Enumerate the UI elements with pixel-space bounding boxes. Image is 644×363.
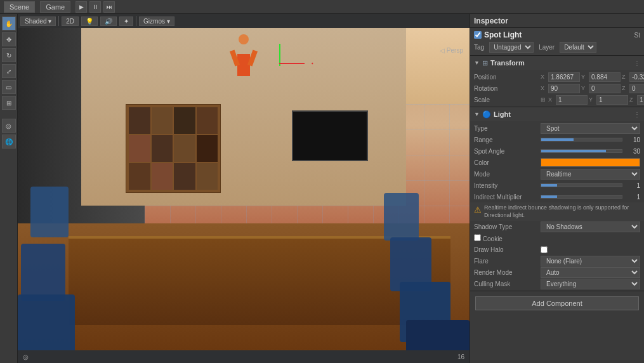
spot-angle-num: 30	[624, 148, 640, 155]
shadow-type-select[interactable]: No Shadows	[541, 221, 640, 232]
chair-1	[30, 187, 69, 237]
persp-label: ◁ Persp	[440, 47, 463, 54]
transform-settings-icon[interactable]: ⋮	[634, 60, 640, 67]
render-mode-row: Render Mode Auto	[470, 267, 644, 278]
transform-tool[interactable]: ⊞	[2, 96, 16, 110]
range-label: Range	[474, 136, 541, 143]
object-name-field[interactable]	[484, 30, 632, 39]
flare-label: Flare	[474, 258, 541, 265]
shading-dropdown[interactable]: Shaded ▾	[20, 16, 56, 26]
range-slider-fill	[541, 138, 574, 141]
move-tool[interactable]: ✥	[2, 32, 16, 46]
warning-row: ⚠ Realtime indirect bounce shadowing is …	[470, 202, 644, 221]
rz-label: Z	[622, 85, 628, 91]
character-figure	[231, 34, 256, 85]
rotation-row: Rotation X Y Z	[470, 82, 644, 94]
add-component-button[interactable]: Add Component	[475, 296, 639, 310]
inspector-panel: Inspector St Tag Untagged Layer Default	[470, 14, 644, 363]
render-mode-label: Render Mode	[474, 269, 541, 276]
culling-mask-label: Culling Mask	[474, 280, 541, 287]
culling-mask-select[interactable]: Everything	[541, 279, 640, 289]
game-tab[interactable]: Game	[40, 1, 70, 13]
cookie-row: Cookie	[470, 232, 644, 244]
position-y[interactable]	[589, 72, 621, 82]
flare-select[interactable]: None (Flare)	[541, 256, 640, 267]
bookcase	[126, 104, 221, 193]
cookie-checkbox[interactable]	[474, 234, 481, 241]
top-bar: Scene Game ▶ ⏸ ⏭	[0, 0, 644, 14]
inspector-top: St Tag Untagged Layer Default	[470, 28, 644, 56]
move-gizmo	[266, 44, 305, 82]
indirect-num: 1	[624, 194, 640, 201]
rotation-y[interactable]	[589, 84, 621, 93]
light-section-header[interactable]: ▼ 🔵 Light ⋮	[470, 107, 644, 121]
rotation-x[interactable]	[548, 84, 580, 93]
scale-label: Scale	[474, 96, 541, 103]
rotation-z[interactable]	[629, 84, 644, 93]
pause-button[interactable]: ⏸	[89, 1, 101, 13]
2d-toggle[interactable]: 2D	[62, 16, 79, 26]
mode-select[interactable]: Realtime	[541, 169, 640, 180]
inspector-title: Inspector	[474, 16, 508, 25]
position-z[interactable]	[629, 72, 644, 82]
scene-bottom-bar: ◎ 16	[18, 350, 470, 363]
light-settings-icon[interactable]: ⋮	[634, 111, 640, 118]
rotation-values: X Y Z	[541, 84, 644, 93]
render-mode-container: Auto	[541, 267, 640, 278]
draw-halo-value	[541, 246, 640, 253]
tag-select[interactable]: Untagged	[489, 42, 534, 53]
spot-angle-track[interactable]	[541, 149, 622, 153]
color-swatch[interactable]	[541, 158, 640, 167]
type-select[interactable]: Spot	[541, 123, 640, 134]
spot-angle-row: Spot Angle 30	[470, 145, 644, 157]
shadow-type-label: Shadow Type	[474, 223, 541, 230]
rect-tool[interactable]: ▭	[2, 80, 16, 94]
object-enabled-checkbox[interactable]	[474, 31, 482, 39]
transform-icon: ⊞	[482, 59, 488, 67]
tag-label: Tag	[474, 44, 484, 51]
light-toggle[interactable]: 💡	[81, 16, 98, 26]
intensity-fill	[541, 184, 557, 187]
scene-viewport[interactable]: Shaded ▾ 2D 💡 🔊 ✦ Gizmos ▾	[18, 14, 470, 363]
sx-label: X	[548, 96, 555, 103]
global-tool[interactable]: 🌐	[2, 135, 16, 148]
gizmos-toggle[interactable]: Gizmos ▾	[139, 16, 174, 26]
scale-values: ⊞ X Y Z	[541, 95, 644, 105]
play-button[interactable]: ▶	[76, 1, 87, 13]
chair-3	[18, 294, 75, 350]
pivot-tool[interactable]: ◎	[2, 119, 16, 133]
mode-value-container: Realtime	[541, 169, 640, 180]
scale-y[interactable]	[596, 95, 628, 105]
spot-angle-container: 30	[541, 148, 640, 155]
intensity-track[interactable]	[541, 183, 622, 187]
type-value-container: Spot	[541, 123, 640, 134]
position-x[interactable]	[548, 72, 580, 82]
type-label: Type	[474, 125, 541, 132]
intensity-label: Intensity	[474, 182, 541, 189]
scene-tab[interactable]: Scene	[4, 1, 35, 13]
scale-x[interactable]	[556, 95, 588, 105]
transform-section-header[interactable]: ▼ ⊞ Transform ⋮	[470, 56, 644, 70]
separator2	[136, 16, 136, 26]
chair-4	[384, 193, 419, 241]
scale-z[interactable]	[637, 95, 644, 105]
range-slider-track[interactable]	[541, 138, 622, 142]
draw-halo-checkbox[interactable]	[541, 246, 548, 253]
indirect-label: Indirect Multiplier	[474, 194, 541, 201]
indirect-container: 1	[541, 194, 640, 201]
chair-7	[406, 320, 470, 350]
scale-tool[interactable]: ⤢	[2, 64, 16, 78]
fx-toggle[interactable]: ✦	[119, 16, 133, 26]
audio-toggle[interactable]: 🔊	[100, 16, 117, 26]
step-button[interactable]: ⏭	[103, 1, 115, 13]
hand-tool[interactable]: ✋	[2, 16, 16, 30]
rotation-label: Rotation	[474, 85, 541, 92]
indirect-fill	[541, 195, 557, 198]
color-value	[541, 158, 640, 167]
separator	[58, 16, 59, 26]
light-title: Light	[494, 110, 631, 118]
rotate-tool[interactable]: ↻	[2, 48, 16, 62]
indirect-track[interactable]	[541, 195, 622, 199]
layer-select[interactable]: Default	[560, 42, 596, 53]
render-mode-select[interactable]: Auto	[541, 267, 640, 278]
